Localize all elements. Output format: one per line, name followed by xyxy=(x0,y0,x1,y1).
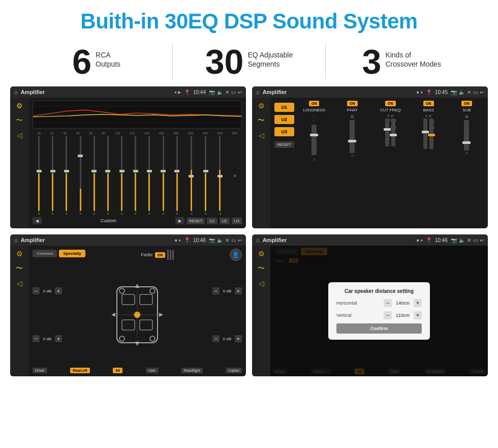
u1-btn[interactable]: U1 xyxy=(207,218,217,224)
btn-user[interactable]: User xyxy=(146,368,159,373)
eq-bottom-bar: ◀ Custom ▶ RESET U1 U2 U3 xyxy=(33,215,242,225)
svg-point-14 xyxy=(134,312,140,318)
eq-slider-1: 0 xyxy=(52,136,53,215)
speaker-icon-3[interactable]: ◁ xyxy=(17,279,22,287)
preset-u3[interactable]: U3 xyxy=(274,127,294,136)
screen-crossover-time: 10:45 xyxy=(435,89,448,95)
home-icon-4[interactable]: ⌂ xyxy=(256,237,260,243)
plus-topleft[interactable]: + xyxy=(55,287,62,294)
plus-bottomright[interactable]: + xyxy=(235,335,242,342)
db-control-topleft: − 0 dB + xyxy=(33,287,62,294)
eq-slider-6: 0 xyxy=(121,136,122,215)
wave-icon[interactable]: 〜 xyxy=(16,116,23,125)
minimize-icon-4[interactable]: ▭ xyxy=(473,237,478,243)
label-bass: BASS xyxy=(423,108,434,112)
minimize-icon-3[interactable]: ▭ xyxy=(231,237,236,243)
back-icon-4[interactable]: ↩ xyxy=(480,237,484,243)
u2-btn[interactable]: U2 xyxy=(220,218,230,224)
vertical-minus[interactable]: − xyxy=(384,311,392,319)
tab-specialty[interactable]: Specialty xyxy=(59,250,85,257)
close-icon[interactable]: ✕ xyxy=(225,89,229,95)
eq-icon-3[interactable]: ⚙ xyxy=(16,250,23,258)
screen-distance: ⌂ Amplifier ■ ● 📍 10:46 📷 🔈 ✕ ▭ ↩ ⚙ 〜 ◁ xyxy=(252,234,488,376)
eq-icon-2[interactable]: ⚙ xyxy=(258,102,265,110)
horizontal-label: Horizontal xyxy=(336,301,362,306)
minimize-icon[interactable]: ▭ xyxy=(231,89,236,95)
minimize-icon-2[interactable]: ▭ xyxy=(473,89,478,95)
btn-copilot[interactable]: Copilot xyxy=(226,368,242,373)
plus-bottomleft[interactable]: + xyxy=(55,335,62,342)
horizontal-minus[interactable]: − xyxy=(384,299,392,307)
volume-icon-2: 🔈 xyxy=(459,89,465,95)
prev-btn[interactable]: ◀ xyxy=(33,217,42,224)
btn-rearleft[interactable]: RearLeft xyxy=(70,368,89,373)
minus-bottomleft[interactable]: − xyxy=(33,335,40,342)
wave-icon-2[interactable]: 〜 xyxy=(258,116,265,125)
eq-icon[interactable]: ⚙ xyxy=(16,102,23,110)
profile-icon[interactable]: 👤 xyxy=(230,249,242,261)
back-icon-3[interactable]: ↩ xyxy=(238,237,242,243)
home-icon-3[interactable]: ⌂ xyxy=(14,237,18,243)
confirm-button[interactable]: Confirm xyxy=(336,323,422,334)
speaker-icon-4[interactable]: ◁ xyxy=(259,279,264,287)
toggle-sub[interactable]: ON xyxy=(461,101,472,106)
volume-icon: 🔈 xyxy=(217,89,223,95)
speaker-icon-2[interactable]: ◁ xyxy=(259,131,264,139)
btn-driver[interactable]: Driver xyxy=(33,368,47,373)
back-icon[interactable]: ↩ xyxy=(238,89,242,95)
toggle-loudness[interactable]: ON xyxy=(309,101,320,106)
home-icon[interactable]: ⌂ xyxy=(14,89,18,95)
toggle-phat[interactable]: ON xyxy=(347,101,358,106)
minus-topleft[interactable]: − xyxy=(33,287,40,294)
speaker-layout-area: − 0 dB + − 0 dB + xyxy=(33,263,242,367)
right-db-controls: − 0 dB + − 0 dB + xyxy=(212,263,242,367)
minus-topright[interactable]: − xyxy=(212,287,220,294)
dialog-overlay: Car speaker distance setting Horizontal … xyxy=(270,246,488,376)
close-icon-4[interactable]: ✕ xyxy=(467,237,471,243)
eq-slider-11: -1 xyxy=(190,136,193,215)
page-header: Buith-in 30EQ DSP Sound System xyxy=(0,0,498,39)
eq-slider-5: 0 xyxy=(107,136,109,215)
channel-phat: ON PHAT G 0 xyxy=(335,101,369,225)
home-icon-2[interactable]: ⌂ xyxy=(256,89,260,95)
toggle-bass[interactable]: ON xyxy=(423,101,434,106)
xover-reset[interactable]: RESET xyxy=(274,141,294,148)
wave-icon-4[interactable]: 〜 xyxy=(258,264,265,273)
preset-u1[interactable]: U1 xyxy=(274,103,294,112)
eq-icon-4[interactable]: ⚙ xyxy=(258,250,265,258)
stat-crossover-number: 3 xyxy=(362,44,382,79)
dialog-title: Car speaker distance setting xyxy=(336,288,422,294)
screen-distance-time: 10:46 xyxy=(435,237,448,243)
camera-icon: 📷 xyxy=(209,89,215,95)
dialog-horizontal-row: Horizontal − 140cm + xyxy=(336,299,422,307)
volume-icon-3: 🔈 xyxy=(217,237,223,243)
stat-rca-number: 6 xyxy=(72,44,91,79)
toggle-cutfreq[interactable]: ON xyxy=(385,101,396,106)
wave-icon-3[interactable]: 〜 xyxy=(16,264,23,273)
plus-topright[interactable]: + xyxy=(235,287,242,294)
close-icon-3[interactable]: ✕ xyxy=(225,237,229,243)
vertical-control: − 110cm + xyxy=(384,311,422,319)
screen-eq-title: Amplifier xyxy=(21,89,45,95)
vertical-plus[interactable]: + xyxy=(414,311,422,319)
next-btn[interactable]: ▶ xyxy=(175,217,184,224)
topbar-icons-4: 📷 🔈 ✕ ▭ ↩ xyxy=(451,237,484,243)
screen-crossover-title: Amplifier xyxy=(263,89,287,95)
u3-btn[interactable]: U3 xyxy=(232,218,242,224)
status-dots-2: ■ ● xyxy=(417,90,423,95)
tab-common[interactable]: Common xyxy=(33,250,57,257)
close-icon-2[interactable]: ✕ xyxy=(467,89,471,95)
screen-distance-content: ⚙ 〜 ◁ Common Specialty Fader ON xyxy=(252,246,488,376)
label-sub: SUB xyxy=(462,108,471,112)
back-icon-2[interactable]: ↩ xyxy=(480,89,484,95)
speaker-icon[interactable]: ◁ xyxy=(17,131,22,139)
horizontal-plus[interactable]: + xyxy=(414,299,422,307)
fader-toggle[interactable]: ON xyxy=(155,252,166,258)
minus-bottomright[interactable]: − xyxy=(212,335,220,342)
screen-eq-time: 10:44 xyxy=(193,89,206,95)
more-icon[interactable]: » xyxy=(233,173,236,178)
reset-btn[interactable]: RESET xyxy=(186,218,205,224)
btn-all[interactable]: All xyxy=(113,368,122,373)
preset-u2[interactable]: U2 xyxy=(274,115,294,124)
btn-rearright[interactable]: RearRight xyxy=(181,368,203,373)
